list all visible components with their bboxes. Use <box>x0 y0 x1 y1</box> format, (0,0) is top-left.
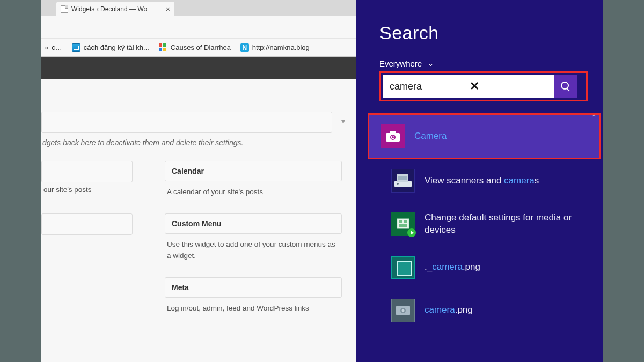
result-text: Camera <box>414 130 447 143</box>
widget-box[interactable] <box>41 213 133 235</box>
bookmark-label: c… <box>52 43 62 51</box>
page-icon <box>61 5 68 13</box>
address-bar-area <box>41 16 356 39</box>
widget-desc: Use this widget to add one of your custo… <box>165 234 342 261</box>
search-scope[interactable]: Everywhere ⌄ <box>379 58 588 68</box>
result-scanners[interactable]: View scanners and cameras <box>379 159 588 202</box>
search-bar: camera ✕ <box>383 75 577 98</box>
svg-rect-10 <box>399 220 402 223</box>
svg-point-4 <box>392 136 394 138</box>
wp-admin-bar <box>41 57 356 79</box>
close-tab-icon[interactable]: × <box>166 5 170 13</box>
image-file-icon <box>391 256 415 279</box>
search-button[interactable] <box>554 75 577 98</box>
result-file-1[interactable]: ._camera.png <box>379 246 588 289</box>
search-input[interactable]: camera ✕ <box>383 75 554 98</box>
scroll-up-icon[interactable]: ⌃ <box>591 113 597 122</box>
bookmark-label: cách đăng ký tài kh... <box>84 43 149 51</box>
svg-point-15 <box>402 309 405 312</box>
autoplay-badge-icon <box>407 228 416 237</box>
bookmark-icon: N <box>240 43 249 52</box>
search-query: camera <box>390 81 467 92</box>
result-text: View scanners and cameras <box>425 175 539 187</box>
widget-desc: our site's posts <box>41 182 133 194</box>
result-text: ._camera.png <box>425 261 480 274</box>
widgets-hint: dgets back here to deactivate them and d… <box>42 138 350 147</box>
tab-title: Widgets ‹ Decoland — Wo <box>71 5 163 13</box>
tab-strip: Widgets ‹ Decoland — Wo × <box>41 0 356 16</box>
bookmark-label: Causes of Diarrhea <box>171 43 231 51</box>
chevron-down-icon: ▾ <box>341 117 345 125</box>
search-charm: Search Everywhere ⌄ camera ✕ ⌃ <box>356 0 603 362</box>
widget-desc: A calendar of your site's posts <box>165 181 342 197</box>
chevron-icon: » <box>45 43 48 51</box>
inactive-dropzone[interactable]: ▾ <box>41 112 350 133</box>
settings-icon <box>391 212 415 236</box>
bookmarks-bar: » c… cách đăng ký tài kh... Causes of Di… <box>41 39 356 57</box>
widget-title[interactable]: Meta <box>165 277 342 298</box>
app-frame: Widgets ‹ Decoland — Wo × » c… cách đăng… <box>41 0 603 362</box>
highlight-first-result: Camera <box>368 113 601 159</box>
result-text: Change default settings for media or dev… <box>425 212 576 237</box>
bookmark-item[interactable]: Causes of Diarrhea <box>159 43 231 52</box>
widget-title[interactable]: Custom Menu <box>165 213 342 234</box>
bookmark-overflow[interactable]: » c… <box>45 43 62 51</box>
bookmark-icon <box>159 43 167 52</box>
result-camera[interactable]: Camera <box>369 115 599 158</box>
widget-box[interactable] <box>41 161 133 182</box>
bookmark-item[interactable]: cách đăng ký tài kh... <box>72 43 149 52</box>
search-results: ⌃ Camera View scanners and cameras <box>379 113 588 332</box>
svg-rect-1 <box>390 131 396 134</box>
svg-rect-7 <box>398 176 407 180</box>
bookmark-label: http://namkna.blog <box>252 43 310 51</box>
search-heading: Search <box>379 23 588 43</box>
wp-content: ▾ dgets back here to deactivate them and… <box>41 79 356 335</box>
widget-desc: Log in/out, admin, feed and WordPress li… <box>165 298 342 314</box>
image-file-icon <box>391 299 415 322</box>
bookmark-item[interactable]: N http://namkna.blog <box>240 43 310 52</box>
scanner-icon <box>391 169 415 193</box>
svg-rect-9 <box>397 219 409 228</box>
svg-point-8 <box>397 183 399 185</box>
svg-rect-11 <box>404 220 407 223</box>
chevron-down-icon: ⌄ <box>427 58 434 68</box>
browser-window: Widgets ‹ Decoland — Wo × » c… cách đăng… <box>41 0 356 362</box>
result-default-settings[interactable]: Change default settings for media or dev… <box>379 202 588 246</box>
camera-icon <box>381 124 405 148</box>
result-file-2[interactable]: camera.png <box>379 289 588 332</box>
svg-rect-12 <box>399 224 407 227</box>
browser-tab[interactable]: Widgets ‹ Decoland — Wo × <box>56 2 174 16</box>
clear-icon[interactable]: ✕ <box>467 79 550 93</box>
result-text: camera.png <box>425 304 473 316</box>
bookmark-icon <box>72 43 80 52</box>
widget-title[interactable]: Calendar <box>165 161 342 181</box>
highlight-searchbox: camera ✕ <box>379 71 588 101</box>
search-icon <box>561 82 570 91</box>
scope-label: Everywhere <box>379 59 422 68</box>
